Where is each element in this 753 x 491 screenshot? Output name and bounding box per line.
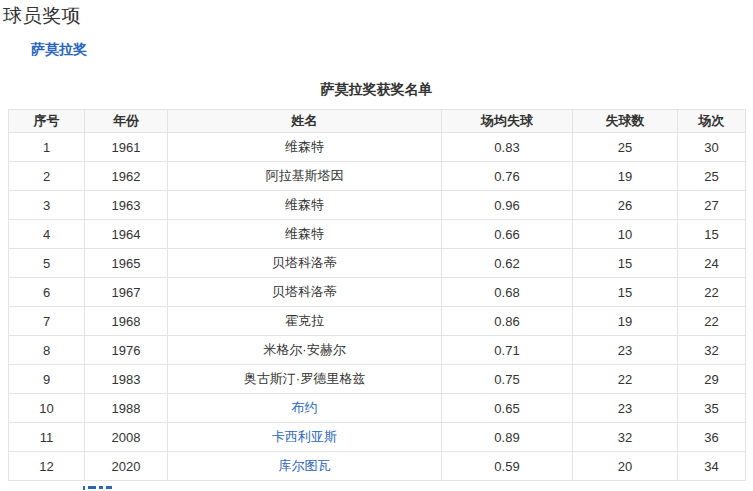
cell-avg-conceded: 0.76: [442, 162, 573, 191]
cell-matches: 24: [678, 249, 746, 278]
cell-no: 3: [9, 191, 85, 220]
page-title: 球员奖项: [3, 3, 81, 29]
column-header-1: 年份: [85, 110, 168, 133]
cell-avg-conceded: 0.96: [442, 191, 573, 220]
cell-name: 库尔图瓦: [168, 452, 442, 481]
cell-avg-conceded: 0.65: [442, 394, 573, 423]
cell-name: 霍克拉: [168, 307, 442, 336]
cell-conceded: 23: [573, 336, 678, 365]
player-link[interactable]: 布约: [292, 400, 318, 415]
cell-year: 1983: [85, 365, 168, 394]
cell-matches: 34: [678, 452, 746, 481]
table-row: 81976米格尔·安赫尔0.712332: [9, 336, 746, 365]
cell-avg-conceded: 0.68: [442, 278, 573, 307]
cell-no: 10: [9, 394, 85, 423]
cell-year: 1965: [85, 249, 168, 278]
cell-matches: 22: [678, 307, 746, 336]
cell-year: 1963: [85, 191, 168, 220]
cell-conceded: 23: [573, 394, 678, 423]
table-row: 122020库尔图瓦0.592034: [9, 452, 746, 481]
cell-year: 1961: [85, 133, 168, 162]
cell-name: 贝塔科洛蒂: [168, 249, 442, 278]
cell-avg-conceded: 0.59: [442, 452, 573, 481]
cell-no: 12: [9, 452, 85, 481]
table-caption: 萨莫拉奖获奖名单: [8, 81, 745, 99]
cell-matches: 25: [678, 162, 746, 191]
cell-no: 8: [9, 336, 85, 365]
cell-avg-conceded: 0.62: [442, 249, 573, 278]
cell-matches: 32: [678, 336, 746, 365]
cell-matches: 35: [678, 394, 746, 423]
cell-name: 米格尔·安赫尔: [168, 336, 442, 365]
column-header-4: 失球数: [573, 110, 678, 133]
cell-avg-conceded: 0.66: [442, 220, 573, 249]
table-row: 11961维森特0.832530: [9, 133, 746, 162]
table-row: 101988布约0.652335: [9, 394, 746, 423]
cell-matches: 29: [678, 365, 746, 394]
cell-conceded: 32: [573, 423, 678, 452]
table-row: 71968霍克拉0.861922: [9, 307, 746, 336]
cell-name: 阿拉基斯塔因: [168, 162, 442, 191]
cell-avg-conceded: 0.75: [442, 365, 573, 394]
award-link-zamora[interactable]: 萨莫拉奖: [31, 41, 87, 59]
cell-conceded: 15: [573, 278, 678, 307]
cell-conceded: 25: [573, 133, 678, 162]
table-row: 61967贝塔科洛蒂0.681522: [9, 278, 746, 307]
table-row: 41964维森特0.661015: [9, 220, 746, 249]
cell-name: 维森特: [168, 191, 442, 220]
cell-name: 奥古斯汀·罗德里格兹: [168, 365, 442, 394]
cell-avg-conceded: 0.86: [442, 307, 573, 336]
award-table: 序号年份姓名场均失球失球数场次 11961维森特0.83253021962阿拉基…: [8, 109, 746, 481]
cell-no: 9: [9, 365, 85, 394]
cell-matches: 27: [678, 191, 746, 220]
player-link[interactable]: 卡西利亚斯: [272, 429, 337, 444]
cell-year: 1962: [85, 162, 168, 191]
cell-conceded: 19: [573, 162, 678, 191]
table-row: 112008卡西利亚斯0.893236: [9, 423, 746, 452]
table-row: 31963维森特0.962627: [9, 191, 746, 220]
cell-conceded: 26: [573, 191, 678, 220]
truncated-link-stroke: [88, 486, 96, 489]
cell-year: 1967: [85, 278, 168, 307]
truncated-link-stroke: [106, 486, 112, 489]
cell-year: 1988: [85, 394, 168, 423]
column-header-5: 场次: [678, 110, 746, 133]
cell-no: 7: [9, 307, 85, 336]
cell-year: 1968: [85, 307, 168, 336]
cell-conceded: 10: [573, 220, 678, 249]
cell-no: 11: [9, 423, 85, 452]
table-row: 91983奥古斯汀·罗德里格兹0.752229: [9, 365, 746, 394]
cell-name: 维森特: [168, 220, 442, 249]
cell-matches: 22: [678, 278, 746, 307]
cell-name: 布约: [168, 394, 442, 423]
cell-year: 2008: [85, 423, 168, 452]
cell-name: 维森特: [168, 133, 442, 162]
cell-year: 1976: [85, 336, 168, 365]
cell-no: 4: [9, 220, 85, 249]
cell-avg-conceded: 0.89: [442, 423, 573, 452]
column-header-2: 姓名: [168, 110, 442, 133]
cell-name: 卡西利亚斯: [168, 423, 442, 452]
cell-no: 2: [9, 162, 85, 191]
truncated-link-stroke: [83, 486, 85, 490]
cell-conceded: 19: [573, 307, 678, 336]
truncated-link-stroke: [99, 486, 103, 489]
table-body: 11961维森特0.83253021962阿拉基斯塔因0.76192531963…: [9, 133, 746, 481]
cell-matches: 15: [678, 220, 746, 249]
cell-avg-conceded: 0.71: [442, 336, 573, 365]
cell-conceded: 20: [573, 452, 678, 481]
cell-no: 6: [9, 278, 85, 307]
cell-avg-conceded: 0.83: [442, 133, 573, 162]
cell-matches: 36: [678, 423, 746, 452]
cell-no: 5: [9, 249, 85, 278]
truncated-link-fragment[interactable]: [83, 486, 112, 491]
cell-no: 1: [9, 133, 85, 162]
table-row: 21962阿拉基斯塔因0.761925: [9, 162, 746, 191]
cell-year: 1964: [85, 220, 168, 249]
player-link[interactable]: 库尔图瓦: [279, 458, 331, 473]
cell-conceded: 22: [573, 365, 678, 394]
cell-name: 贝塔科洛蒂: [168, 278, 442, 307]
cell-matches: 30: [678, 133, 746, 162]
table-row: 51965贝塔科洛蒂0.621524: [9, 249, 746, 278]
table-header-row: 序号年份姓名场均失球失球数场次: [9, 110, 746, 133]
